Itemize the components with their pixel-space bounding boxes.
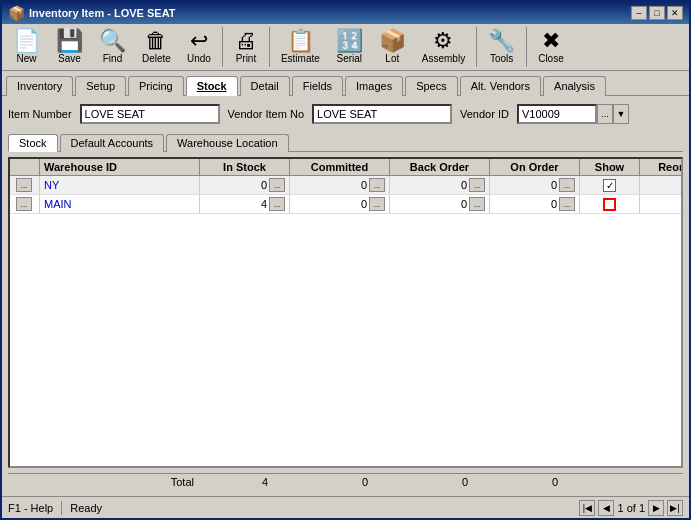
- tab-specs[interactable]: Specs: [405, 76, 458, 96]
- tab-inventory[interactable]: Inventory: [6, 76, 73, 96]
- total-committed: 0: [288, 476, 388, 488]
- tools-icon: 🔧: [488, 30, 515, 52]
- inner-tab-warehouse-location[interactable]: Warehouse Location: [166, 134, 289, 152]
- vendor-id-dropdown-button[interactable]: ▼: [613, 104, 629, 124]
- last-page-button[interactable]: ▶|: [667, 500, 683, 516]
- maximize-button[interactable]: □: [649, 6, 665, 20]
- row1-in-stock-browse[interactable]: ...: [269, 178, 285, 192]
- inner-tab-stock[interactable]: Stock: [8, 134, 58, 152]
- new-button[interactable]: 📄 New: [6, 27, 47, 67]
- help-section: F1 - Help: [8, 502, 53, 514]
- estimate-button[interactable]: 📋 Estimate: [274, 27, 327, 67]
- toolbar-separator-2: [269, 27, 270, 67]
- tab-fields[interactable]: Fields: [292, 76, 343, 96]
- assembly-icon: ⚙: [433, 30, 453, 52]
- row2-show-cell: [580, 195, 640, 213]
- row2-back-order-browse[interactable]: ...: [469, 197, 485, 211]
- close-toolbar-label: Close: [538, 53, 564, 64]
- undo-icon: ↩: [190, 30, 208, 52]
- toolbar-separator-1: [222, 27, 223, 67]
- toolbar-separator-3: [476, 27, 477, 67]
- print-icon: 🖨: [235, 30, 257, 52]
- row1-browse-button[interactable]: ...: [16, 178, 32, 192]
- tab-alt-vendors[interactable]: Alt. Vendors: [460, 76, 541, 96]
- row2-show-checkbox[interactable]: [603, 198, 616, 211]
- row1-show-checkbox[interactable]: [603, 179, 616, 192]
- total-on-order: 0: [488, 476, 578, 488]
- item-number-label: Item Number: [8, 108, 72, 120]
- vendor-id-label: Vendor ID: [460, 108, 509, 120]
- status-text: Ready: [70, 502, 102, 514]
- tab-setup[interactable]: Setup: [75, 76, 126, 96]
- prev-page-button[interactable]: ◀: [598, 500, 614, 516]
- row2-btn-cell: ...: [10, 195, 40, 213]
- item-number-input[interactable]: [80, 104, 220, 124]
- lot-icon: 📦: [379, 30, 406, 52]
- row2-in-stock: 4 ...: [200, 195, 290, 213]
- serial-icon: 🔢: [336, 30, 363, 52]
- row2-on-order-browse[interactable]: ...: [559, 197, 575, 211]
- row2-on-order: 0 ...: [490, 195, 580, 213]
- row2-committed-browse[interactable]: ...: [369, 197, 385, 211]
- vendor-id-input[interactable]: [517, 104, 597, 124]
- tools-button[interactable]: 🔧 Tools: [481, 27, 522, 67]
- window-title: Inventory Item - LOVE SEAT: [29, 7, 631, 19]
- stock-grid: Warehouse ID In Stock Committed Back Ord…: [8, 157, 683, 468]
- next-page-button[interactable]: ▶: [648, 500, 664, 516]
- close-toolbar-icon: ✖: [542, 30, 560, 52]
- row1-on-order-browse[interactable]: ...: [559, 178, 575, 192]
- total-row: Total 4 0 0 0: [8, 473, 683, 490]
- row2-back-order: 0 ...: [390, 195, 490, 213]
- delete-icon: 🗑: [145, 30, 167, 52]
- vendor-id-combo: ... ▼: [517, 104, 629, 124]
- row1-warehouse-id: NY: [40, 176, 200, 194]
- estimate-label: Estimate: [281, 53, 320, 64]
- delete-button[interactable]: 🗑 Delete: [135, 27, 178, 67]
- col-header-btn: [10, 159, 40, 175]
- col-header-on-order: On Order: [490, 159, 580, 175]
- undo-button[interactable]: ↩ Undo: [180, 27, 218, 67]
- find-button[interactable]: 🔍 Find: [92, 27, 133, 67]
- row1-committed-browse[interactable]: ...: [369, 178, 385, 192]
- row2-in-stock-browse[interactable]: ...: [269, 197, 285, 211]
- col-header-reorder-point: Reorder Point: [640, 159, 683, 175]
- minimize-button[interactable]: –: [631, 6, 647, 20]
- page-info: 1 of 1: [617, 502, 645, 514]
- vendor-item-no-input[interactable]: [312, 104, 452, 124]
- vendor-id-browse-button[interactable]: ...: [597, 104, 613, 124]
- serial-button[interactable]: 🔢 Serial: [329, 27, 370, 67]
- row2-warehouse-link[interactable]: MAIN: [44, 198, 72, 210]
- save-label: Save: [58, 53, 81, 64]
- assembly-label: Assembly: [422, 53, 465, 64]
- tab-pricing[interactable]: Pricing: [128, 76, 184, 96]
- table-row: ... MAIN 4 ... 0 ... 0 ...: [10, 195, 681, 214]
- status-separator: [61, 501, 62, 515]
- find-label: Find: [103, 53, 122, 64]
- tab-detail[interactable]: Detail: [240, 76, 290, 96]
- new-icon: 📄: [13, 30, 40, 52]
- tab-stock[interactable]: Stock: [186, 76, 238, 96]
- row2-browse-button[interactable]: ...: [16, 197, 32, 211]
- tab-images[interactable]: Images: [345, 76, 403, 96]
- row1-back-order-browse[interactable]: ...: [469, 178, 485, 192]
- print-button[interactable]: 🖨 Print: [227, 27, 265, 67]
- close-toolbar-button[interactable]: ✖ Close: [531, 27, 571, 67]
- assembly-button[interactable]: ⚙ Assembly: [415, 27, 472, 67]
- row2-reorder-point: 0: [640, 195, 683, 213]
- print-label: Print: [236, 53, 257, 64]
- save-button[interactable]: 💾 Save: [49, 27, 90, 67]
- main-content: Item Number Vendor Item No Vendor ID ...…: [2, 96, 689, 496]
- first-page-button[interactable]: |◀: [579, 500, 595, 516]
- inner-tab-default-accounts[interactable]: Default Accounts: [60, 134, 165, 152]
- row1-warehouse-link[interactable]: NY: [44, 179, 59, 191]
- tab-analysis[interactable]: Analysis: [543, 76, 606, 96]
- row1-committed: 0 ...: [290, 176, 390, 194]
- total-back-order: 0: [388, 476, 488, 488]
- lot-button[interactable]: 📦 Lot: [372, 27, 413, 67]
- title-bar: 📦 Inventory Item - LOVE SEAT – □ ✕: [2, 2, 689, 24]
- col-header-back-order: Back Order: [390, 159, 490, 175]
- window-close-button[interactable]: ✕: [667, 6, 683, 20]
- status-bar: F1 - Help Ready |◀ ◀ 1 of 1 ▶ ▶|: [2, 496, 689, 518]
- save-icon: 💾: [56, 30, 83, 52]
- row1-btn-cell: ...: [10, 176, 40, 194]
